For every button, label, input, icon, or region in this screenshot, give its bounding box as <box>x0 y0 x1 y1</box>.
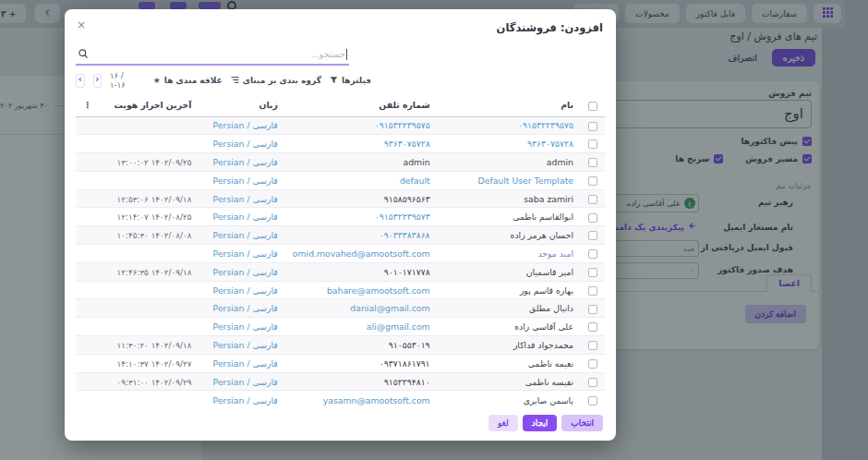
row-checkbox[interactable] <box>588 378 597 387</box>
row-checkbox-cell <box>581 245 605 263</box>
table-row[interactable]: امیر قاسمیان ۹۰۱۰۱۷۱۷۷۸ Persian / فارسی … <box>76 262 605 281</box>
row-checkbox-cell <box>581 116 605 135</box>
row-language-cell: Persian / فارسی <box>199 135 284 153</box>
row-options-cell <box>76 281 99 299</box>
row-language: Persian / فارسی <box>213 358 278 369</box>
row-language-cell: Persian / فارسی <box>199 281 284 299</box>
groupby-label: گروه بندی بر مبنای <box>243 76 321 85</box>
groupby-menu-button[interactable]: گروه بندی بر مبنای <box>231 76 321 86</box>
filters-menu-button[interactable]: فیلترها <box>330 76 371 86</box>
table-row[interactable]: یاسمن صابری yasamn@amootsoft.com Persian… <box>76 391 605 409</box>
column-phone[interactable]: شماره تلفن <box>285 94 438 116</box>
row-name-cell: ۰۹۱۵۳۲۲۳۹۵۷۵ <box>438 116 581 135</box>
table-row[interactable]: نفیسه ناظمی ۹۱۵۲۲۹۴۸۱۰ Persian / فارسی ۰… <box>76 372 605 391</box>
row-options-cell <box>76 354 99 372</box>
row-checkbox[interactable] <box>588 122 597 131</box>
row-language: Persian / فارسی <box>213 303 278 313</box>
modal-footer: انتخاب ایجاد لغو <box>488 415 603 431</box>
row-name: یاسمن صابری <box>524 395 573 406</box>
column-name[interactable]: نام <box>438 94 581 116</box>
table-row[interactable]: علی آقاسی زاده ali@gmail.com Persian / ف… <box>76 318 605 336</box>
row-name-cell: امیر قاسمیان <box>438 262 581 281</box>
table-row[interactable]: محمدجواد فداکار ۹۱۰۵۵۳۰۱۹ Persian / فارس… <box>76 336 605 355</box>
row-checkbox[interactable] <box>588 213 597 223</box>
row-options-cell <box>76 391 99 409</box>
row-checkbox-cell <box>581 135 605 153</box>
row-language-cell: Persian / فارسی <box>199 189 284 208</box>
row-phone: ۹۱۵۸۵۹۶۵۶۳ <box>384 194 430 204</box>
row-language-cell: Persian / فارسی <box>199 116 284 135</box>
row-options-cell <box>76 372 99 391</box>
search-bar[interactable]: جستجو... <box>76 44 349 66</box>
row-phone-cell: ۰۹۱۵۳۲۲۳۹۵۷۵ <box>285 116 438 135</box>
row-name: محمدجواد فداکار <box>513 340 573 350</box>
pager-previous-button[interactable]: ‹ <box>76 74 85 88</box>
row-name: امید موحد <box>537 248 573 259</box>
row-checkbox[interactable] <box>588 195 597 204</box>
app-window: ۳ + ؟ <box>0 0 868 460</box>
row-checkbox[interactable] <box>588 341 597 350</box>
row-checkbox[interactable] <box>588 249 597 259</box>
row-checkbox[interactable] <box>588 396 597 406</box>
table-row[interactable]: ۹۳۶۳۰۷۵۷۲۸ ۹۳۶۳۰۷۵۷۲۸ Persian / فارسی <box>76 135 605 153</box>
row-language: Persian / فارسی <box>213 120 278 130</box>
column-last-auth[interactable]: آخرین احراز هویت <box>99 94 199 116</box>
row-last-auth-cell <box>99 318 199 336</box>
table-row[interactable]: Default User Template default Persian / … <box>76 171 605 189</box>
row-checkbox-cell <box>581 372 605 391</box>
row-phone: ۹۰۱۰۱۷۱۷۷۸ <box>384 267 430 277</box>
cancel-button[interactable]: لغو <box>488 415 518 431</box>
column-options-icon[interactable]: ⋮ <box>76 94 99 116</box>
row-last-auth-cell: ۱۰:۴۵:۳۰ ۱۴۰۲/۰۸/۰۸ <box>99 226 199 245</box>
row-last-auth-cell: ۱۱:۳۰:۲۰ ۱۴۰۲/۰۹/۱۸ <box>99 336 199 355</box>
row-phone: yasamn@amootsoft.com <box>323 395 430 406</box>
row-last-auth-cell: ۱۲:۱۴:۰۷ ۱۴۰۲/۰۸/۲۵ <box>99 208 199 226</box>
row-language-cell: Persian / فارسی <box>199 318 284 336</box>
row-checkbox[interactable] <box>588 268 597 277</box>
row-name-cell: محمدجواد فداکار <box>438 336 581 355</box>
row-language-cell: Persian / فارسی <box>199 171 284 189</box>
row-checkbox[interactable] <box>588 231 597 240</box>
close-icon[interactable]: × <box>77 19 86 30</box>
row-phone-cell: ۰۹۳۷۱۸۶۱۷۹۱ <box>285 354 438 372</box>
row-name-cell: نعیمه ناظمی <box>438 354 581 372</box>
favorites-menu-button[interactable]: ★ علاقه مندی ها <box>153 76 223 85</box>
row-last-auth-cell <box>99 281 199 299</box>
modal-title: افزودن: فروشندگان <box>497 21 603 34</box>
select-all-checkbox[interactable] <box>588 102 597 111</box>
pager-next-button[interactable]: › <box>93 74 102 88</box>
table-row[interactable]: ابوالقاسم ناظمی ۰۹۱۵۳۲۲۳۹۵۷۳ Persian / ف… <box>76 208 605 226</box>
row-checkbox[interactable] <box>588 139 597 149</box>
table-header-row: نام شماره تلفن زبان آخرین احراز هویت ⋮ <box>76 94 605 116</box>
row-checkbox[interactable] <box>588 359 597 369</box>
create-button[interactable]: ایجاد <box>523 415 558 431</box>
row-checkbox[interactable] <box>588 322 597 332</box>
table-row[interactable]: بهاره قاسم پور bahare@amootsoft.com Pers… <box>76 281 605 299</box>
select-button[interactable]: انتخاب <box>561 415 603 431</box>
row-checkbox[interactable] <box>588 158 597 167</box>
row-checkbox[interactable] <box>588 176 597 186</box>
table-row[interactable]: نعیمه ناظمی ۰۹۳۷۱۸۶۱۷۹۱ Persian / فارسی … <box>76 354 605 372</box>
search-input[interactable]: جستجو... <box>311 49 345 59</box>
table-row[interactable]: ۰۹۱۵۳۲۲۳۹۵۷۵ ۰۹۱۵۳۲۲۳۹۵۷۵ Persian / فارس… <box>76 116 605 135</box>
row-name: admin <box>547 157 573 167</box>
row-checkbox-cell <box>581 226 605 245</box>
row-phone-cell: ۹۱۵۸۵۹۶۵۶۳ <box>285 189 438 208</box>
row-language-cell: Persian / فارسی <box>199 208 284 226</box>
favorites-label: علاقه مندی ها <box>164 76 223 85</box>
row-phone-cell: ۹۳۶۳۰۷۵۷۲۸ <box>285 135 438 153</box>
row-checkbox[interactable] <box>588 286 597 296</box>
filter-funnel-icon <box>330 76 338 86</box>
table-row[interactable]: saba zamiri ۹۱۵۸۵۹۶۵۶۳ Persian / فارسی ۱… <box>76 189 605 208</box>
table-row[interactable]: امید موحد omid.movahed@amootsoft.com Per… <box>76 245 605 263</box>
row-last-auth-cell: ۰۹:۳۱:۰۰ ۱۴۰۲/۰۹/۲۹ <box>99 372 199 391</box>
row-phone-cell: ۹۱۰۵۵۳۰۱۹ <box>285 336 438 355</box>
row-checkbox-cell <box>581 208 605 226</box>
row-language-cell: Persian / فارسی <box>199 153 284 172</box>
table-row[interactable]: admin admin Persian / فارسی ۱۳:۰۰:۰۲ ۱۴۰… <box>76 153 605 172</box>
column-language[interactable]: زبان <box>199 94 284 116</box>
row-name: ابوالقاسم ناظمی <box>512 212 573 222</box>
table-row[interactable]: احسان هرمز زاده ۰۹۰۳۳۳۸۳۸۶۸ Persian / فا… <box>76 226 605 245</box>
row-checkbox[interactable] <box>588 305 597 314</box>
table-row[interactable]: دانیال مطلق danial@gmail.com Persian / ف… <box>76 299 605 318</box>
